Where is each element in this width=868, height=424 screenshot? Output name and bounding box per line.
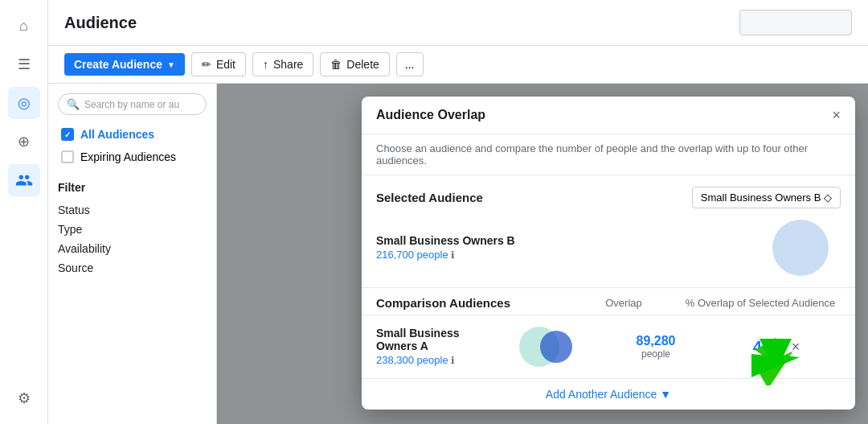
selected-info-icon: ℹ	[451, 249, 455, 261]
trash-icon: 🗑	[330, 58, 342, 71]
share-icon: ↑	[263, 58, 268, 71]
audience-search-bar[interactable]: 🔍 Search by name or au	[58, 93, 207, 115]
selected-audience-row: Small Business Owners B 216,700 people ℹ	[376, 220, 841, 276]
selected-bubble-area	[760, 220, 841, 276]
modal-close-button[interactable]: ×	[832, 108, 841, 122]
page-title: Audience	[64, 14, 137, 32]
search-icon: 🔍	[67, 98, 80, 110]
create-dropdown-arrow: ▼	[167, 60, 175, 69]
comp-info-icon: ℹ	[451, 355, 455, 366]
modal-title: Audience Overlap	[376, 108, 485, 122]
selected-audience-count: 216,700 people ℹ	[376, 249, 455, 261]
audience-selector-button[interactable]: Small Business Owners B ◇	[692, 187, 841, 208]
sidebar-plus-icon[interactable]: ⊕	[8, 126, 40, 158]
modal-subtitle: Choose an audience and compare the numbe…	[362, 134, 855, 175]
toolbar: Create Audience ▼ ✏ Edit ↑ Share 🗑 Delet…	[48, 46, 868, 84]
filter-title: Filter	[58, 181, 207, 194]
sidebar-globe-icon[interactable]: ◎	[8, 87, 40, 119]
more-button[interactable]: ...	[396, 52, 424, 76]
sidebar-menu-icon[interactable]: ☰	[8, 48, 40, 80]
venn-circle-right	[540, 331, 572, 363]
comp-audience-info: Small Business Owners A 238,300 people ℹ	[376, 327, 503, 367]
overlap-label: people	[600, 348, 712, 360]
sidebar-home-icon[interactable]: ⌂	[8, 10, 40, 42]
filter-source[interactable]: Source	[58, 258, 207, 278]
share-button[interactable]: ↑ Share	[252, 52, 313, 76]
all-audiences-checkbox[interactable]: ✓	[61, 128, 74, 141]
overlap-number: 89,280	[600, 334, 712, 348]
comparison-header: Comparison Audiences Overlap % Overlap o…	[362, 288, 855, 315]
pct-col-header: % Overlap of Selected Audience	[680, 297, 841, 309]
sidebar-people-icon[interactable]	[8, 164, 40, 196]
overlap-value-cell: 89,280 people	[600, 334, 712, 360]
filter-type[interactable]: Type	[58, 220, 207, 239]
comp-audience-name: Small Business Owners A	[376, 327, 503, 352]
delete-button[interactable]: 🗑 Delete	[320, 52, 389, 76]
content-area: Audience Overlap × Choose an audience an…	[217, 84, 868, 424]
comp-audience-count: 238,300 people ℹ	[376, 354, 455, 366]
selected-audience-info: Small Business Owners B 216,700 people ℹ	[376, 234, 747, 261]
all-audiences-item[interactable]: ✓ All Audiences	[58, 123, 207, 146]
selected-section-title: Selected Audience	[376, 191, 483, 204]
left-panel: 🔍 Search by name or au ✓ All Audiences E…	[48, 84, 217, 424]
selected-section-header: Selected Audience Small Business Owners …	[376, 187, 841, 208]
page-body: 🔍 Search by name or au ✓ All Audiences E…	[48, 84, 868, 424]
venn-diagram	[503, 327, 600, 367]
selected-audience-bubble	[772, 220, 829, 276]
create-audience-button[interactable]: Create Audience ▼	[64, 53, 185, 76]
modal-header: Audience Overlap ×	[362, 97, 855, 134]
comparison-section-title: Comparison Audiences	[376, 296, 567, 310]
expiring-audiences-item[interactable]: Expiring Audiences	[58, 146, 207, 168]
header-search[interactable]	[739, 10, 852, 35]
sidebar: ⌂ ☰ ◎ ⊕ ⚙	[0, 0, 48, 424]
selected-audience-section: Selected Audience Small Business Owners …	[362, 175, 855, 288]
overlap-col-header: Overlap	[567, 297, 680, 309]
main-content: Audience Create Audience ▼ ✏ Edit ↑ Shar…	[48, 0, 868, 424]
add-another-audience-button[interactable]: Add Another Audience ▼	[546, 388, 671, 401]
venn-container	[519, 327, 583, 367]
filter-availability[interactable]: Availability	[58, 239, 207, 258]
edit-icon: ✏	[202, 58, 211, 71]
sidebar-settings-icon[interactable]: ⚙	[8, 382, 40, 414]
filter-status[interactable]: Status	[58, 200, 207, 220]
page-header: Audience	[48, 0, 868, 46]
filter-section: Filter Status Type Availability Source	[58, 181, 207, 278]
expiring-audiences-checkbox[interactable]	[61, 150, 74, 163]
edit-button[interactable]: ✏ Edit	[191, 52, 246, 76]
selected-audience-name: Small Business Owners B	[376, 234, 747, 247]
green-arrow-indicator	[747, 337, 804, 389]
